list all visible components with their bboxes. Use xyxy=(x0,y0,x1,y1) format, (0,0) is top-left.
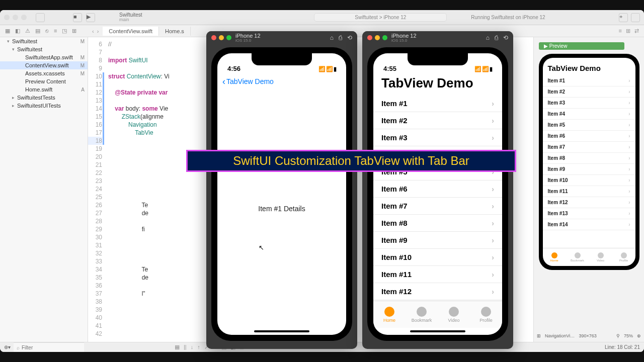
cursor-position: Line: 18 Col: 21 xyxy=(605,344,640,350)
list-item[interactable]: Item #9› xyxy=(543,164,635,175)
inspector-toggle-icon[interactable] xyxy=(631,13,640,22)
list-item[interactable]: Item #2› xyxy=(543,86,635,98)
simulator-list-window[interactable]: iPhone 12iOS 15.0 ⌂⎙⟲ 4:55📶 📶 ▮ TabView … xyxy=(362,31,513,349)
item-list[interactable]: Item #1›Item #2›Item #3›Item #4›Item #5›… xyxy=(373,95,502,301)
sidebar-toggle-icon[interactable] xyxy=(36,13,45,22)
list-item[interactable]: Item #13› xyxy=(543,208,635,219)
tab-bar[interactable]: HomeBookmarkVideoProfile xyxy=(373,301,502,328)
run-destination-pill[interactable]: Swiftuitest > iPhone 12 xyxy=(314,13,447,22)
file-row[interactable]: Assets.xcassetsM xyxy=(0,69,88,77)
activity-status: Running Swiftuitest on iPhone 12 xyxy=(471,15,545,20)
home-icon: ⌂ xyxy=(330,34,334,41)
project-navigator[interactable]: ▾SwiftuitestM ▾Swiftuitest SwiftuitestAp… xyxy=(0,37,88,342)
tab-video[interactable]: Video xyxy=(438,301,470,328)
preview-footer: ⊞ NavigationVi… 390×763 ⚲ 75% ⊕ xyxy=(537,332,641,340)
sim-toolbar-icons[interactable]: ⌂⎙⟲ xyxy=(330,34,352,41)
rotate-icon: ⟲ xyxy=(503,34,508,41)
list-item[interactable]: Item #4› xyxy=(543,109,635,120)
list-item[interactable]: Item #11› xyxy=(543,186,635,197)
project-nav-icon: ▦ xyxy=(5,28,10,34)
file-row[interactable]: Home.swiftA xyxy=(0,85,88,94)
scheme-branch: main xyxy=(119,18,142,22)
list-item[interactable]: Item #10› xyxy=(543,175,635,186)
tab-video[interactable]: Video xyxy=(589,248,612,266)
file-row[interactable]: Preview Content xyxy=(0,77,88,85)
filter-input[interactable] xyxy=(22,345,86,350)
preview-title: TabView Demo xyxy=(543,58,635,75)
window-traffic-lights[interactable] xyxy=(4,15,27,20)
list-item[interactable]: Item #1› xyxy=(373,95,502,112)
list-item[interactable]: Item #8› xyxy=(543,153,635,164)
sim-traffic-lights[interactable] xyxy=(211,35,231,40)
library-add-icon[interactable]: + xyxy=(619,13,628,22)
list-title: TabView Demo xyxy=(373,73,502,95)
list-item[interactable]: Item #12› xyxy=(543,197,635,208)
list-item[interactable]: Item #3› xyxy=(543,98,635,109)
tab-home[interactable]: Home xyxy=(373,301,406,328)
preview-device: TabView Demo Item #1›Item #2›Item #3›Ite… xyxy=(539,54,639,270)
file-row[interactable]: SwiftuitestApp.swiftM xyxy=(0,53,88,61)
scheme-selector[interactable]: Swiftuitest main xyxy=(119,13,142,22)
home-indicator[interactable] xyxy=(217,328,346,335)
list-item[interactable]: Item #14› xyxy=(543,219,635,230)
editor-back-forward[interactable]: ‹› xyxy=(88,28,103,34)
list-item[interactable]: Item #8› xyxy=(373,215,502,232)
screenshot-icon: ⎙ xyxy=(495,34,498,41)
editor-tab-other[interactable]: Home.s xyxy=(159,27,191,36)
file-row[interactable]: ContentView.swiftM xyxy=(0,61,88,69)
list-item[interactable]: Item #12› xyxy=(373,283,502,300)
stop-button[interactable]: ■ xyxy=(73,13,82,22)
tab-bookmark[interactable]: Bookmark xyxy=(406,301,438,328)
simulator-detail-window[interactable]: iPhone 12iOS 15.0 ⌂⎙⟲ 4:56📶 📶 ▮ ‹TabView… xyxy=(206,31,357,349)
navigator-selector[interactable]: ▦◧⚠▤⎋≡◳⊞ xyxy=(0,28,88,34)
sim-traffic-lights[interactable] xyxy=(367,35,387,40)
mouse-cursor-icon: ↖ xyxy=(259,244,264,251)
list-item[interactable]: Item #5› xyxy=(543,120,635,131)
list-item[interactable]: Item #2› xyxy=(373,112,502,129)
preview-tabbar[interactable]: HomeBookmarkVideoProfile xyxy=(543,248,635,266)
list-item[interactable]: Item #7› xyxy=(543,142,635,153)
list-item[interactable]: Item #3› xyxy=(373,129,502,146)
canvas-preview-panel: ▶ Preview TabView Demo Item #1›Item #2›I… xyxy=(533,37,644,342)
add-target-icon[interactable]: ⊕▾ xyxy=(4,344,11,350)
list-item[interactable]: Item #6› xyxy=(543,131,635,142)
preview-badge[interactable]: ▶ Preview xyxy=(539,42,624,50)
rotate-icon: ⟲ xyxy=(347,34,352,41)
run-button[interactable]: ▶ xyxy=(86,13,95,22)
list-item[interactable]: Item #7› xyxy=(373,198,502,215)
tab-profile[interactable]: Profile xyxy=(470,301,502,328)
overlay-banner: SwiftUI Customization TabView with Tab B… xyxy=(186,150,516,172)
screenshot-icon: ⎙ xyxy=(339,34,342,41)
tab-profile[interactable]: Profile xyxy=(612,248,635,266)
preview-list[interactable]: Item #1›Item #2›Item #3›Item #4›Item #5›… xyxy=(543,75,635,248)
editor-tab-active[interactable]: ContentView.swift xyxy=(103,27,159,36)
xcode-toolbar: ■ ▶ Swiftuitest main Swiftuitest > iPhon… xyxy=(0,10,644,25)
list-item[interactable]: Item #10› xyxy=(373,249,502,266)
detail-body: Item #1 Details xyxy=(217,89,346,328)
sim-toolbar-icons[interactable]: ⌂⎙⟲ xyxy=(486,34,508,41)
list-item[interactable]: Item #9› xyxy=(373,232,502,249)
home-icon: ⌂ xyxy=(486,34,490,41)
tab-home[interactable]: Home xyxy=(543,248,566,266)
nav-back-button[interactable]: ‹TabView Demo xyxy=(217,73,346,89)
list-item[interactable]: Item #6› xyxy=(373,180,502,198)
editor-options[interactable]: ≡⊞⇄ xyxy=(614,28,644,34)
home-indicator[interactable] xyxy=(373,328,502,335)
tab-bookmark[interactable]: Bookmark xyxy=(566,248,589,266)
list-item[interactable]: Item #11› xyxy=(373,266,502,283)
list-item[interactable]: Item #1› xyxy=(543,75,635,86)
